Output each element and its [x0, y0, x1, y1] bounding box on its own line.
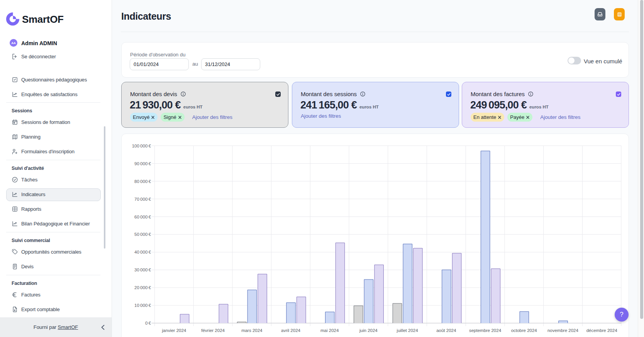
svg-text:100 000 €: 100 000 €	[132, 144, 151, 148]
svg-text:10 000 €: 10 000 €	[134, 303, 151, 308]
svg-text:octobre 2024: octobre 2024	[511, 328, 537, 333]
svg-text:80 000 €: 80 000 €	[134, 179, 151, 184]
svg-text:30 000 €: 30 000 €	[134, 268, 151, 272]
svg-text:avril 2024: avril 2024	[281, 328, 300, 333]
svg-text:50 000 €: 50 000 €	[134, 232, 151, 237]
svg-text:40 000 €: 40 000 €	[134, 250, 151, 254]
svg-text:90 000 €: 90 000 €	[134, 161, 151, 166]
svg-text:mai 2024: mai 2024	[320, 328, 339, 333]
svg-text:décembre 2024: décembre 2024	[586, 328, 618, 333]
svg-text:0 €: 0 €	[145, 321, 151, 325]
svg-text:janvier 2024: janvier 2024	[162, 328, 186, 333]
svg-text:60 000 €: 60 000 €	[134, 215, 151, 219]
svg-text:juin 2024: juin 2024	[359, 328, 378, 333]
svg-text:septembre 2024: septembre 2024	[469, 328, 502, 333]
svg-text:juillet 2024: juillet 2024	[397, 328, 419, 333]
svg-text:70 000 €: 70 000 €	[134, 197, 151, 202]
svg-text:mars 2024: mars 2024	[241, 328, 263, 333]
svg-text:février 2024: février 2024	[201, 328, 225, 333]
svg-text:20 000 €: 20 000 €	[134, 285, 151, 290]
svg-text:novembre 2024: novembre 2024	[547, 328, 579, 333]
svg-text:août 2024: août 2024	[436, 328, 456, 333]
